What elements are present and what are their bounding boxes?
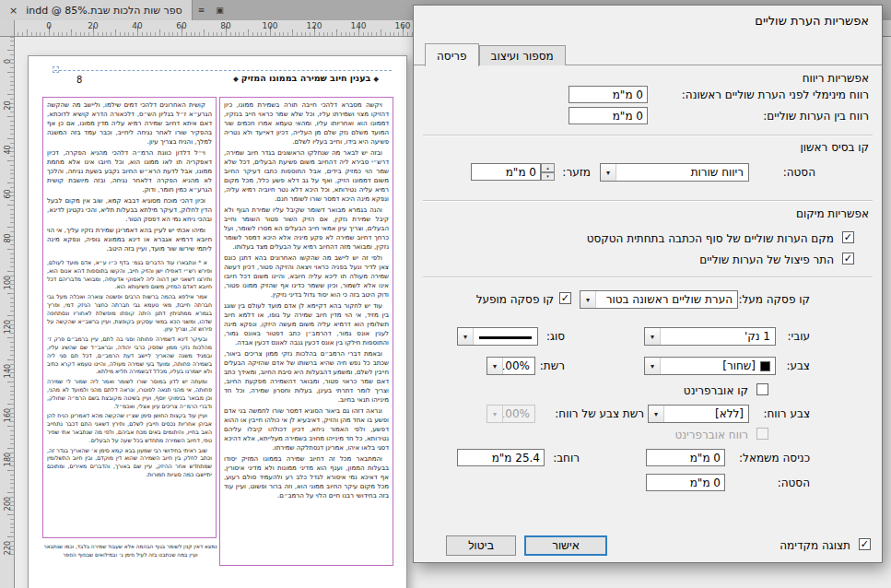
text-paragraph: והנה בגמרא מבואר דשומר שקיבל עליו שמירת … bbox=[224, 206, 389, 252]
ornament-icon: ◆ bbox=[233, 75, 239, 83]
rule-offset-input[interactable] bbox=[646, 474, 725, 491]
placement-options-header: אפשריות מיקום bbox=[796, 207, 869, 220]
ruler-number: 100 bbox=[262, 21, 277, 30]
chevron-down-icon: ▾ bbox=[645, 328, 661, 345]
rule-on-checkbox[interactable]: ✓ bbox=[559, 292, 571, 304]
text-paragraph: קושית האחרונים דלהכי דמים שילמו, וליישב … bbox=[47, 100, 212, 147]
text-paragraph: ומיהו אכתי יש לעיין בהא דאמרינן שמירת נז… bbox=[47, 226, 212, 253]
overprint-stroke-checkbox[interactable]: ✓ bbox=[756, 383, 768, 395]
section-divider bbox=[423, 200, 873, 201]
text-paragraph: וי״ל דלדון כוונת הרמ״ה דלהכי מהניא הפקרה… bbox=[47, 148, 212, 194]
check-icon: ✓ bbox=[843, 253, 852, 264]
ruler-number: 20 bbox=[4, 99, 12, 113]
page-footer: נמצא דאין קנין לשומר בגוף הבהמה אלא שעבו… bbox=[42, 543, 218, 559]
min-space-input[interactable] bbox=[569, 86, 648, 103]
ok-button[interactable]: אישור bbox=[524, 535, 607, 556]
check-icon: ✓ bbox=[560, 293, 569, 303]
footnote-options-dialog: אפשריות הערת שוליים פריסה מספור ועיצוב א… bbox=[413, 5, 883, 563]
ruler-number: 120 bbox=[4, 320, 12, 335]
ruler-vertical: 020406080100120140160180200220 bbox=[0, 37, 15, 588]
width-input[interactable] bbox=[457, 449, 545, 466]
preview-checkbox[interactable]: ✓ bbox=[859, 538, 871, 550]
baseline-offset-select[interactable]: ריווח שורות ▾ bbox=[600, 163, 749, 182]
preview-label: תצוגה מקדימה bbox=[780, 539, 850, 552]
ruler-number: 180 bbox=[4, 453, 12, 467]
cancel-button[interactable]: ביטול bbox=[446, 535, 516, 556]
footnote-paragraph: ועיין עוד בקצות החושן סימן שצ״ו שהקשה מה… bbox=[47, 412, 212, 444]
spinner-up-icon[interactable]: ▴ bbox=[541, 163, 555, 172]
text-paragraph: וכיון דהכי מוכח מסוגיא דבבא קמא, שוב אין… bbox=[47, 196, 212, 224]
solid-stroke-swatch bbox=[479, 336, 532, 339]
ornament-icon: ◆ bbox=[373, 75, 379, 83]
ruler-number: 60 bbox=[4, 187, 12, 202]
ruler-number: 140 bbox=[350, 21, 366, 30]
document-tab-title: ספר שות הלכות שבת.indd @ 85% bbox=[26, 5, 182, 17]
space-between-input[interactable] bbox=[569, 107, 648, 124]
spacing-options-header: אפשריות ריווח bbox=[803, 72, 869, 85]
page-title-text: בענין חיוב שמירה בממונו המזיק bbox=[241, 73, 371, 83]
text-paragraph: ולפי זה יש ליישב מה שהקשו האחרונים בהא ד… bbox=[224, 253, 389, 300]
ruler-number: 60 bbox=[176, 21, 186, 30]
ruler-number: 200 bbox=[4, 497, 12, 512]
spinner-down-icon[interactable]: ▾ bbox=[541, 172, 555, 182]
ruler-number: 220 bbox=[4, 541, 12, 556]
text-frame-left[interactable]: קושית האחרונים דלהכי דמים שילמו, וליישב … bbox=[42, 97, 217, 538]
footnote-paragraph: ובעיקר דינא דשמירה פחותה וסגי בה לתם, עי… bbox=[47, 335, 212, 376]
tint-select[interactable]: 100% ▾ bbox=[487, 357, 535, 375]
black-color-swatch bbox=[760, 361, 770, 371]
color-value: [שחור] bbox=[722, 359, 756, 372]
allow-split-checkbox[interactable]: ✓ bbox=[842, 253, 854, 265]
ruler-number: 40 bbox=[4, 143, 12, 158]
tab-numbering[interactable]: מספור ועיצוב bbox=[479, 45, 566, 65]
tint-label: רשת: bbox=[540, 359, 565, 372]
tab-layout[interactable]: פריסה bbox=[425, 43, 479, 66]
left-indent-input[interactable] bbox=[646, 449, 725, 466]
end-of-story-label: מקם הערות שוליים של סוף הכתבה בתחתית הטק… bbox=[587, 232, 834, 245]
overprint-gap-checkbox: ✓ bbox=[756, 428, 768, 440]
rule-above-select[interactable]: הערת שוליים ראשונה בטור ▾ bbox=[580, 290, 738, 309]
stroke-type-label: סוג: bbox=[546, 330, 565, 343]
width-label: רוחב: bbox=[553, 452, 580, 465]
baseline-offset-value: ריווח שורות bbox=[691, 166, 744, 179]
footnote-block: א * ונתבארו עוד הדברים בגמ׳ בדף כ״ו ע״א,… bbox=[47, 259, 212, 479]
ruler-number: 120 bbox=[306, 21, 322, 30]
weight-label: עובי: bbox=[788, 330, 810, 343]
frame-anchor-icon bbox=[53, 66, 59, 73]
ruler-number: 80 bbox=[220, 21, 230, 30]
dialog-title: אפשריות הערת שוליים bbox=[755, 14, 869, 28]
panel-menu-icon[interactable]: ≡ bbox=[193, 0, 211, 20]
allow-split-label: התר פיצול של הערות שוליים bbox=[699, 253, 834, 266]
page-title: ◆בענין חיוב שמירה בממונו המזיק◆ bbox=[216, 73, 396, 83]
ruler-number: 160 bbox=[4, 408, 12, 423]
rule-offset-label: הסטה: bbox=[778, 476, 810, 489]
chevron-down-icon: ▾ bbox=[458, 328, 474, 345]
chevron-down-icon: ▾ bbox=[487, 358, 503, 374]
check-icon: ✓ bbox=[860, 539, 869, 549]
space-between-label: רווח בין הערות שוליים: bbox=[763, 110, 869, 123]
text-frame-right[interactable]: ויקשה מסברא דלהכי חייבה תורה בשמירת ממונ… bbox=[219, 97, 393, 566]
footnote-paragraph: א * ונתבארו עוד הדברים בגמ׳ בדף כ״ו ע״א,… bbox=[47, 259, 212, 291]
gap-color-select[interactable]: [ללא] ▾ bbox=[648, 405, 749, 423]
color-label: צבע: bbox=[786, 359, 810, 372]
text-paragraph: עוד יש לחקור בהא דקיימא לן אדם מועד לעול… bbox=[224, 301, 389, 347]
chevron-down-icon: ▾ bbox=[649, 406, 664, 422]
document-tab[interactable]: ספר שות הלכות שבת.indd @ 85% × bbox=[0, 0, 193, 20]
stroke-type-select[interactable]: ▾ bbox=[457, 327, 538, 346]
weight-select[interactable]: 1 נק' ▾ bbox=[644, 327, 776, 346]
text-paragraph: ויקשה מסברא דלהכי חייבה תורה בשמירת ממונ… bbox=[224, 100, 389, 147]
gap-tint-label: רשת צבע של רווח: bbox=[555, 407, 644, 420]
overprint-gap-label: רווח אוברפרינט bbox=[674, 429, 748, 441]
minimum-spinner[interactable]: ▴ ▾ bbox=[541, 163, 555, 181]
minimum-input[interactable] bbox=[471, 163, 541, 181]
color-select[interactable]: [שחור] ▾ bbox=[644, 357, 776, 375]
ruler-number: 0 bbox=[46, 21, 52, 30]
grid-view-icon[interactable]: ▣ bbox=[210, 0, 229, 20]
page-footer-line: נמצא דאין קנין לשומר בגוף הבהמה אלא שעבו… bbox=[42, 543, 218, 551]
rule-above-label: קו פסקה מעל: bbox=[738, 293, 810, 306]
end-of-story-checkbox[interactable]: ✓ bbox=[842, 231, 854, 243]
close-icon[interactable]: × bbox=[9, 5, 18, 17]
weight-value: 1 נק' bbox=[744, 330, 770, 343]
ruler-number: 0 bbox=[4, 54, 12, 69]
text-paragraph: ובזה יש לבאר מה שנחלקו הראשונים בגדר חיו… bbox=[224, 148, 389, 204]
ruler-number: 40 bbox=[132, 21, 142, 30]
